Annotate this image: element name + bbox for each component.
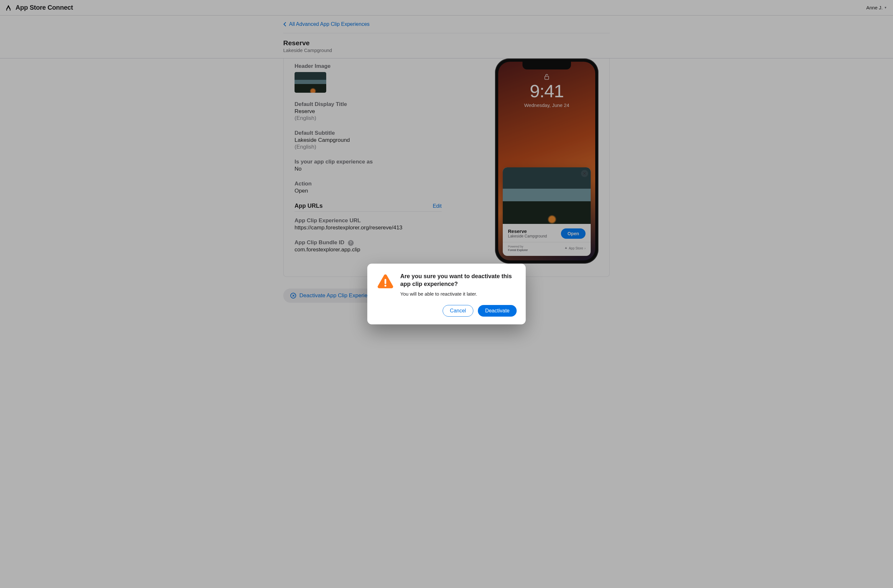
modal-overlay[interactable]: Are you sure you want to deactivate this…	[0, 0, 893, 588]
confirm-deactivate-modal: Are you sure you want to deactivate this…	[367, 264, 526, 324]
modal-body: You will be able to reactivate it later.	[400, 291, 517, 297]
svg-rect-4	[385, 279, 386, 284]
warning-icon	[376, 273, 394, 297]
confirm-deactivate-button[interactable]: Deactivate	[478, 305, 517, 316]
svg-point-5	[385, 285, 386, 286]
cancel-button[interactable]: Cancel	[443, 305, 474, 316]
modal-title: Are you sure you want to deactivate this…	[400, 273, 517, 288]
